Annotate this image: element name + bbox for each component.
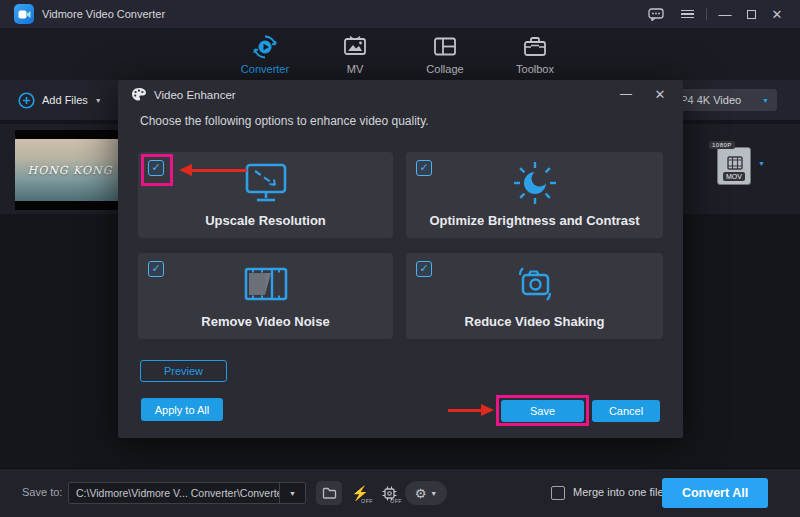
palette-icon bbox=[131, 87, 147, 106]
save-path-input[interactable]: C:\Vidmore\Vidmore V... Converter\Conver… bbox=[68, 482, 306, 504]
tab-collage[interactable]: Collage bbox=[417, 34, 473, 75]
merge-checkbox[interactable] bbox=[551, 486, 565, 500]
option-label: Upscale Resolution bbox=[138, 213, 393, 228]
titlebar: Vidmore Video Converter — ✕ bbox=[0, 0, 800, 28]
gpu-off-label: OFF bbox=[390, 498, 402, 504]
acceleration-off-label: OFF bbox=[361, 498, 373, 504]
open-folder-button[interactable] bbox=[316, 481, 342, 505]
tab-toolbox[interactable]: Toolbox bbox=[507, 34, 563, 75]
format-resolution-badge: 1080P bbox=[709, 141, 735, 149]
hardware-acceleration-button[interactable]: ⚡ OFF bbox=[347, 481, 373, 505]
dialog-minimize-button[interactable]: — bbox=[614, 80, 638, 110]
add-files-label: Add Files bbox=[42, 94, 88, 106]
tab-converter-label: Converter bbox=[241, 63, 289, 75]
convert-all-button[interactable]: Convert All bbox=[662, 478, 768, 508]
option-reduce-shaking[interactable]: ✓ Reduce Video Shaking bbox=[406, 253, 663, 339]
titlebar-divider bbox=[706, 8, 707, 20]
maximize-button[interactable] bbox=[740, 0, 762, 28]
thumbnail-image: HONG KONG bbox=[15, 139, 125, 201]
add-files-button[interactable]: Add Files ▼ bbox=[18, 88, 102, 112]
converter-icon bbox=[252, 34, 278, 60]
app-window: Vidmore Video Converter — ✕ Converter bbox=[0, 0, 800, 517]
format-file-icon[interactable]: 1080P MOV bbox=[717, 147, 751, 185]
filmstrip-glyph-icon bbox=[727, 156, 743, 170]
tab-converter[interactable]: Converter bbox=[237, 34, 293, 75]
dialog-title: Video Enhancer bbox=[154, 80, 236, 110]
thumbnail-title: HONG KONG bbox=[28, 164, 113, 177]
gpu-button[interactable]: OFF bbox=[376, 481, 402, 505]
menu-icon[interactable] bbox=[676, 0, 698, 28]
merge-label: Merge into one file bbox=[573, 469, 664, 517]
save-to-label: Save to: bbox=[22, 469, 62, 517]
video-thumbnail[interactable]: HONG KONG bbox=[15, 130, 125, 210]
apply-to-all-button[interactable]: Apply to All bbox=[141, 398, 223, 421]
gear-icon: ⚙ bbox=[415, 487, 427, 500]
collage-icon bbox=[432, 34, 458, 60]
chevron-down-icon: ▼ bbox=[762, 97, 769, 104]
tabbar: Converter MV Collage bbox=[0, 28, 800, 80]
minimize-button[interactable]: — bbox=[714, 0, 736, 28]
format-extension-badge: MOV bbox=[723, 172, 745, 181]
settings-button[interactable]: ⚙ ▼ bbox=[405, 481, 447, 505]
tab-mv[interactable]: MV bbox=[327, 34, 383, 75]
app-logo-icon bbox=[14, 4, 34, 24]
add-icon bbox=[18, 92, 35, 109]
close-button[interactable]: ✕ bbox=[766, 0, 788, 28]
save-pointer-arrow bbox=[448, 404, 494, 417]
option-remove-noise[interactable]: ✓ Remove Video Noise bbox=[138, 253, 393, 339]
feedback-icon[interactable] bbox=[645, 0, 667, 28]
chevron-down-icon: ▼ bbox=[95, 97, 102, 104]
tab-mv-label: MV bbox=[347, 63, 364, 75]
tab-toolbox-label: Toolbox bbox=[516, 63, 554, 75]
preview-button[interactable]: Preview bbox=[140, 360, 227, 382]
option-label: Reduce Video Shaking bbox=[406, 314, 663, 329]
tab-collage-label: Collage bbox=[426, 63, 463, 75]
checkbox-highlight-box bbox=[141, 154, 173, 186]
save-path-value: C:\Vidmore\Vidmore V... Converter\Conver… bbox=[69, 487, 279, 499]
format-chevron-icon[interactable]: ▼ bbox=[758, 160, 765, 167]
video-enhancer-dialog: Video Enhancer — ✕ Choose the following … bbox=[118, 80, 683, 438]
filmstrip-icon bbox=[138, 261, 393, 307]
dialog-close-button[interactable]: ✕ bbox=[648, 80, 672, 110]
toolbox-icon bbox=[522, 34, 548, 60]
camera-icon bbox=[406, 261, 663, 307]
option-label: Optimize Brightness and Contrast bbox=[406, 213, 663, 228]
option-optimize-brightness[interactable]: ✓ Optimize Brightness and Contrast bbox=[406, 152, 663, 238]
brightness-icon bbox=[406, 160, 663, 206]
dialog-header: Video Enhancer — ✕ bbox=[118, 80, 683, 110]
app-title: Vidmore Video Converter bbox=[42, 0, 165, 28]
option-upscale-resolution[interactable]: ✓ Upscale Resolution bbox=[138, 152, 393, 238]
checkbox-pointer-arrow bbox=[179, 164, 247, 177]
settings-chevron-icon: ▼ bbox=[430, 490, 437, 497]
monitor-icon bbox=[138, 160, 393, 206]
mv-icon bbox=[342, 34, 368, 60]
folder-icon bbox=[322, 487, 337, 499]
path-dropdown-button[interactable]: ▼ bbox=[279, 483, 305, 503]
dialog-subtitle: Choose the following options to enhance … bbox=[140, 114, 429, 128]
footer-bar: Save to: C:\Vidmore\Vidmore V... Convert… bbox=[0, 468, 800, 517]
cancel-button[interactable]: Cancel bbox=[592, 400, 660, 422]
option-label: Remove Video Noise bbox=[138, 314, 393, 329]
save-highlight-box bbox=[496, 395, 589, 426]
